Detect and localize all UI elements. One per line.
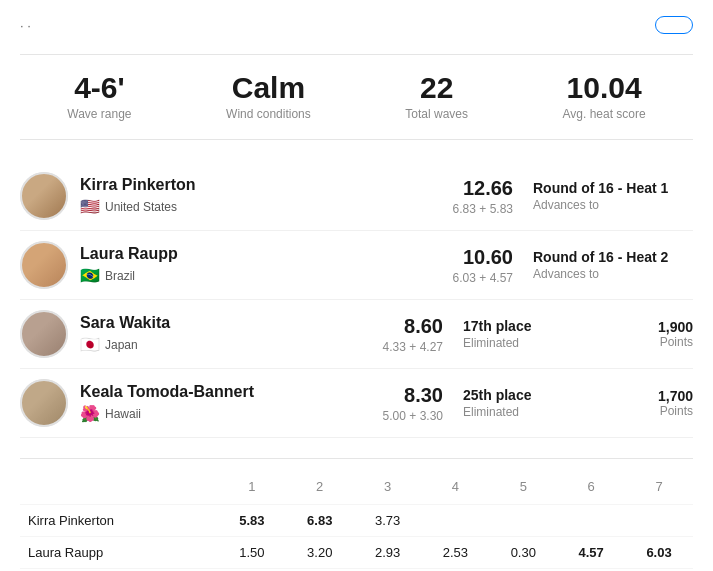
stat-label-2: Total waves: [405, 107, 468, 121]
main-container: · · 4-6' Wave range Calm Wind conditions…: [0, 0, 713, 571]
result-title: 17th place: [463, 318, 623, 334]
score-cell-1-2: 2.93: [354, 537, 422, 569]
result-subtitle: Advances to: [533, 198, 693, 212]
stat-value-1: Calm: [226, 73, 311, 103]
athletes-section: Kirra Pinkerton 🇺🇸 United States 12.66 6…: [20, 162, 693, 438]
athlete-score-3: 8.30 5.00 + 3.30: [363, 384, 443, 423]
col-header-0: [20, 475, 218, 505]
row-name-1: Laura Raupp: [20, 537, 218, 569]
country-name: Brazil: [105, 269, 135, 283]
total-score: 12.66: [433, 177, 513, 200]
stat-label-3: Avg. heat score: [563, 107, 646, 121]
table-header-row: 1234567: [20, 475, 693, 505]
flag-icon: 🇧🇷: [80, 266, 100, 285]
avatar: [20, 241, 68, 289]
heat-separator2: ·: [27, 18, 31, 33]
score-cell-0-1: 6.83: [286, 505, 354, 537]
table-row: Kirra Pinkerton5.836.833.73: [20, 505, 693, 537]
athlete-country: 🇺🇸 United States: [80, 197, 433, 216]
points-label: Points: [633, 404, 693, 418]
score-cell-0-4: [489, 505, 557, 537]
score-cell-1-1: 3.20: [286, 537, 354, 569]
flag-icon: 🇯🇵: [80, 335, 100, 354]
points-value: 1,700: [633, 388, 693, 404]
total-score: 8.30: [363, 384, 443, 407]
result-subtitle: Eliminated: [463, 405, 623, 419]
athlete-name: Keala Tomoda-Bannert: [80, 383, 363, 401]
athlete-score-1: 10.60 6.03 + 4.57: [433, 246, 513, 285]
athlete-avatar-0: [20, 172, 68, 220]
col-header-1: 1: [218, 475, 286, 505]
athlete-info-3: Keala Tomoda-Bannert 🌺 Hawaii: [80, 383, 363, 423]
stat-label-0: Wave range: [67, 107, 131, 121]
result-title: 25th place: [463, 387, 623, 403]
total-score: 10.60: [433, 246, 513, 269]
stat-value-2: 22: [405, 73, 468, 103]
athlete-avatar-1: [20, 241, 68, 289]
score-cell-1-3: 2.53: [422, 537, 490, 569]
col-header-4: 4: [422, 475, 490, 505]
col-header-6: 6: [557, 475, 625, 505]
athlete-points-2: 1,900 Points: [623, 319, 693, 349]
score-cell-0-0: 5.83: [218, 505, 286, 537]
stat-value-0: 4-6': [67, 73, 131, 103]
col-header-5: 5: [489, 475, 557, 505]
score-cell-1-5: 4.57: [557, 537, 625, 569]
avatar: [20, 172, 68, 220]
score-cell-0-3: [422, 505, 490, 537]
score-cell-1-6: 6.03: [625, 537, 693, 569]
country-name: Japan: [105, 338, 138, 352]
total-score: 8.60: [363, 315, 443, 338]
points-value: 1,900: [633, 319, 693, 335]
stat-item-1: Calm Wind conditions: [226, 73, 311, 121]
header-left: · ·: [20, 16, 31, 33]
flag-icon: 🇺🇸: [80, 197, 100, 216]
avatar: [20, 310, 68, 358]
col-header-3: 3: [354, 475, 422, 505]
athlete-row-1: Laura Raupp 🇧🇷 Brazil 10.60 6.03 + 4.57 …: [20, 231, 693, 300]
athlete-avatar-3: [20, 379, 68, 427]
athlete-row-0: Kirra Pinkerton 🇺🇸 United States 12.66 6…: [20, 162, 693, 231]
athlete-info-1: Laura Raupp 🇧🇷 Brazil: [80, 245, 433, 285]
heat-subtitle: · ·: [20, 18, 31, 33]
table-row: Laura Raupp1.503.202.932.530.304.576.03: [20, 537, 693, 569]
result-subtitle: Advances to: [533, 267, 693, 281]
athlete-info-0: Kirra Pinkerton 🇺🇸 United States: [80, 176, 433, 216]
stat-item-0: 4-6' Wave range: [67, 73, 131, 121]
score-table-body: Kirra Pinkerton5.836.833.73Laura Raupp1.…: [20, 505, 693, 572]
row-name-0: Kirra Pinkerton: [20, 505, 218, 537]
col-header-7: 7: [625, 475, 693, 505]
wave-scores: 4.33 + 4.27: [363, 340, 443, 354]
country-name: Hawaii: [105, 407, 141, 421]
wave-scores: 5.00 + 3.30: [363, 409, 443, 423]
stat-item-2: 22 Total waves: [405, 73, 468, 121]
country-name: United States: [105, 200, 177, 214]
score-cell-0-2: 3.73: [354, 505, 422, 537]
stat-item-3: 10.04 Avg. heat score: [563, 73, 646, 121]
stat-label-1: Wind conditions: [226, 107, 311, 121]
watch-replay-button[interactable]: [655, 16, 693, 34]
avatar: [20, 379, 68, 427]
result-title: Round of 16 - Heat 2: [533, 249, 693, 265]
result-subtitle: Eliminated: [463, 336, 623, 350]
athlete-row-3: Keala Tomoda-Bannert 🌺 Hawaii 8.30 5.00 …: [20, 369, 693, 438]
athlete-score-2: 8.60 4.33 + 4.27: [363, 315, 443, 354]
athlete-result-0: Round of 16 - Heat 1 Advances to: [513, 180, 693, 212]
athlete-country: 🇯🇵 Japan: [80, 335, 363, 354]
score-cell-1-0: 1.50: [218, 537, 286, 569]
stat-value-3: 10.04: [563, 73, 646, 103]
wave-scores: 6.83 + 5.83: [433, 202, 513, 216]
athlete-info-2: Sara Wakita 🇯🇵 Japan: [80, 314, 363, 354]
score-cell-0-6: [625, 505, 693, 537]
athlete-name: Laura Raupp: [80, 245, 433, 263]
athlete-country: 🌺 Hawaii: [80, 404, 363, 423]
header: · ·: [20, 16, 693, 34]
col-header-2: 2: [286, 475, 354, 505]
athlete-row-2: Sara Wakita 🇯🇵 Japan 8.60 4.33 + 4.27 17…: [20, 300, 693, 369]
score-cell-0-5: [557, 505, 625, 537]
athlete-name: Kirra Pinkerton: [80, 176, 433, 194]
athlete-result-2: 17th place Eliminated: [443, 318, 623, 350]
athlete-country: 🇧🇷 Brazil: [80, 266, 433, 285]
result-title: Round of 16 - Heat 1: [533, 180, 693, 196]
flag-icon: 🌺: [80, 404, 100, 423]
